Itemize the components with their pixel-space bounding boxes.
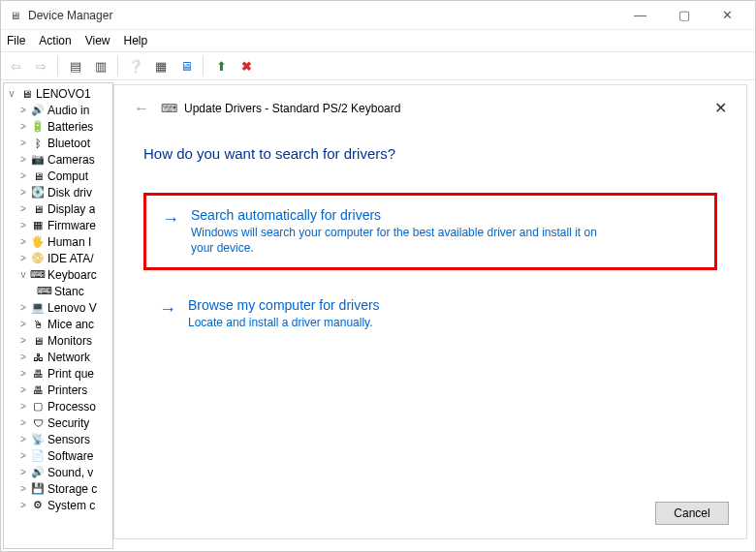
tree-item[interactable]: >🖥Comput xyxy=(4,168,112,184)
tree-item[interactable]: >⚙System c xyxy=(4,497,112,513)
tree-item-label: Batteries xyxy=(47,120,93,134)
expand-icon[interactable]: > xyxy=(17,335,29,347)
expand-icon[interactable]: > xyxy=(17,401,29,413)
app-icon: 🖥 xyxy=(7,8,22,23)
tree-item[interactable]: >📡Sensors xyxy=(4,431,112,447)
menu-help[interactable]: Help xyxy=(124,34,148,47)
expand-icon[interactable]: > xyxy=(17,417,29,429)
help-icon[interactable]: ❔ xyxy=(125,55,146,77)
show-hidden-icon[interactable]: ▤ xyxy=(65,55,86,77)
expand-icon[interactable]: > xyxy=(17,187,29,199)
option-search-automatically[interactable]: → Search automatically for drivers Windo… xyxy=(143,193,717,270)
tree-root[interactable]: v🖥LENOVO1 xyxy=(4,85,112,102)
expand-icon[interactable]: > xyxy=(17,450,29,462)
device-category-icon: 🖥 xyxy=(30,334,46,348)
expand-icon[interactable]: > xyxy=(17,352,29,363)
expand-icon[interactable]: > xyxy=(17,434,29,445)
collapse-icon[interactable]: v xyxy=(6,88,17,100)
expand-icon[interactable]: > xyxy=(17,384,29,396)
expand-icon[interactable]: > xyxy=(17,253,29,264)
tree-item[interactable]: >📄Software xyxy=(4,447,112,464)
back-icon[interactable]: ⇦ xyxy=(5,55,26,77)
option-browse-computer[interactable]: → Browse my computer for drivers Locate … xyxy=(143,286,717,342)
tree-item-label: Print que xyxy=(47,367,94,381)
menu-action[interactable]: Action xyxy=(39,34,71,47)
tree-item-label: Stanc xyxy=(54,285,84,298)
tree-item[interactable]: >🛡Security xyxy=(4,414,112,431)
tree-item[interactable]: >🖶Print que xyxy=(4,365,112,382)
tree-item[interactable]: >📷Cameras xyxy=(4,151,112,168)
tree-item[interactable]: >🖥Display a xyxy=(4,200,112,217)
uninstall-icon[interactable]: ✖ xyxy=(236,55,257,77)
menu-view[interactable]: View xyxy=(85,34,110,47)
tree-item[interactable]: >💽Disk driv xyxy=(4,184,112,200)
expand-icon[interactable]: > xyxy=(17,154,29,166)
expand-icon[interactable]: > xyxy=(17,500,29,511)
tree-item-label: Display a xyxy=(47,202,95,216)
tree-item[interactable]: >🔊Audio in xyxy=(4,102,112,118)
device-category-icon: 🖥 xyxy=(30,169,46,183)
menu-file[interactable]: File xyxy=(7,34,25,47)
tree-item[interactable]: v⌨Keyboarc xyxy=(4,266,112,283)
device-category-icon: 📄 xyxy=(30,449,46,463)
minimize-button[interactable]: — xyxy=(618,2,662,29)
tree-item-label: Cameras xyxy=(47,153,95,167)
update-driver-icon[interactable]: ⬆ xyxy=(210,55,232,77)
expand-icon[interactable]: > xyxy=(17,236,29,248)
tree-item[interactable]: >🔋Batteries xyxy=(4,118,112,135)
maximize-button[interactable]: ▢ xyxy=(662,2,706,29)
tree-item[interactable]: >▦Firmware xyxy=(4,217,112,233)
tree-item[interactable]: >🖧Network xyxy=(4,349,112,365)
forward-icon[interactable]: ⇨ xyxy=(30,55,51,77)
tree-item-label: Network xyxy=(47,351,90,364)
expand-icon[interactable]: > xyxy=(17,105,29,116)
tree-item[interactable]: >🖐Human I xyxy=(4,233,112,250)
arrow-right-icon: → xyxy=(159,299,176,320)
toolbar-icon[interactable]: ▦ xyxy=(150,55,172,77)
tree-item[interactable]: >▢Processo xyxy=(4,398,112,414)
device-category-icon: 🖶 xyxy=(30,367,46,381)
tree-item[interactable]: ⌨Stanc xyxy=(4,283,112,299)
tree-item-label: Firmware xyxy=(47,219,96,232)
expand-icon[interactable]: > xyxy=(17,170,29,182)
expand-icon[interactable]: > xyxy=(17,203,29,215)
dialog-header: ← ⌨ Update Drivers - Standard PS/2 Keybo… xyxy=(114,85,746,126)
update-drivers-dialog: ✕ ← ⌨ Update Drivers - Standard PS/2 Key… xyxy=(113,84,747,539)
tree-item[interactable]: >🔊Sound, v xyxy=(4,464,112,480)
option-description: Locate and install a driver manually. xyxy=(188,315,380,330)
tree-item-label: Human I xyxy=(47,235,91,249)
tree-item[interactable]: >💾Storage c xyxy=(4,480,112,497)
tree-item[interactable]: >ᛒBluetoot xyxy=(4,135,112,151)
tree-item[interactable]: >💻Lenovo V xyxy=(4,299,112,316)
toolbar-separator xyxy=(203,55,205,77)
expand-icon[interactable]: > xyxy=(17,220,29,231)
expand-icon[interactable]: > xyxy=(17,467,29,478)
expand-icon[interactable]: > xyxy=(17,121,29,133)
tree-item[interactable]: >🖶Printers xyxy=(4,382,112,398)
expand-icon[interactable]: > xyxy=(17,483,29,495)
tree-item-label: Disk driv xyxy=(47,186,92,199)
device-tree[interactable]: v🖥LENOVO1>🔊Audio in>🔋Batteries>ᛒBluetoot… xyxy=(3,82,113,549)
dialog-back-icon[interactable]: ← xyxy=(132,99,151,118)
tree-item[interactable]: >📀IDE ATA/ xyxy=(4,250,112,266)
tree-item-label: Printers xyxy=(47,383,87,397)
expand-icon[interactable]: > xyxy=(17,368,29,380)
expand-icon[interactable]: > xyxy=(17,302,29,314)
tree-item[interactable]: >🖱Mice anc xyxy=(4,316,112,332)
device-category-icon: 💾 xyxy=(30,482,46,496)
tree-item[interactable]: >🖥Monitors xyxy=(4,332,112,349)
computer-icon: 🖥 xyxy=(18,87,34,101)
expand-icon[interactable]: > xyxy=(17,138,29,149)
device-category-icon: 🔊 xyxy=(30,466,46,479)
dialog-close-icon[interactable]: ✕ xyxy=(714,99,727,117)
scan-hardware-icon[interactable]: 🖥 xyxy=(175,55,197,77)
properties-icon[interactable]: ▥ xyxy=(90,55,111,77)
expand-icon[interactable]: v xyxy=(17,269,29,281)
dialog-title: Update Drivers - Standard PS/2 Keyboard xyxy=(184,102,400,115)
close-button[interactable]: ✕ xyxy=(706,2,749,29)
device-category-icon: 💻 xyxy=(30,301,46,315)
cancel-button[interactable]: Cancel xyxy=(655,502,729,525)
expand-icon[interactable]: > xyxy=(17,319,29,330)
tree-item-label: Bluetoot xyxy=(47,137,90,150)
tree-item-label: Audio in xyxy=(47,104,89,117)
